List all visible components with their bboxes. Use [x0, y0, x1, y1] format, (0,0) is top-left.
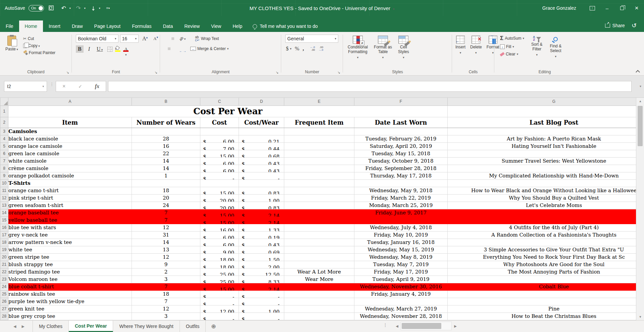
- row-number[interactable]: 21: [0, 261, 8, 268]
- decrease-decimal-button[interactable]: .00→.0: [318, 46, 324, 51]
- row-number[interactable]: 16: [0, 224, 8, 231]
- comma-style-button[interactable]: ,: [303, 46, 304, 52]
- cell-cost-per-wear[interactable]: [239, 179, 284, 187]
- cell-cost[interactable]: $20.00: [200, 194, 239, 202]
- cell-wears[interactable]: 20: [132, 194, 200, 202]
- cell-cost-per-wear[interactable]: $2.00: [239, 261, 284, 268]
- ribbon-tab-file[interactable]: File: [0, 20, 19, 32]
- ribbon-display-options-icon[interactable]: ↑: [585, 0, 600, 16]
- header-cell[interactable]: Last Blog Post: [448, 117, 636, 128]
- column-header-C[interactable]: C: [200, 98, 239, 106]
- fill-button[interactable]: ↓ Fill: [498, 43, 526, 50]
- cell-item[interactable]: green lace camisole: [8, 150, 132, 157]
- row-number[interactable]: 11: [0, 187, 8, 194]
- cell-cost[interactable]: [200, 179, 239, 187]
- cell-wears[interactable]: 2: [132, 268, 200, 276]
- cell-date-last-worn[interactable]: [354, 298, 448, 305]
- increase-decimal-button[interactable]: ←.0.00: [310, 46, 315, 51]
- font-size-combo[interactable]: 16▾: [120, 35, 139, 43]
- row-number[interactable]: 9: [0, 172, 8, 179]
- align-middle-button[interactable]: [168, 37, 170, 40]
- font-color-button[interactable]: A: [123, 46, 129, 52]
- cell-date-last-worn[interactable]: Wednesday, November 28, 2018: [354, 313, 448, 320]
- cell-wears[interactable]: 22: [132, 150, 200, 157]
- cell-cost[interactable]: $9.00: [200, 246, 239, 253]
- close-button[interactable]: ×: [629, 0, 644, 16]
- cell-date-last-worn[interactable]: [354, 179, 448, 187]
- cell-frequent-item[interactable]: [284, 128, 354, 135]
- cell-cost[interactable]: $-: [200, 290, 239, 298]
- cut-button[interactable]: ✂ Cut: [21, 35, 57, 42]
- collapse-ribbon-icon[interactable]: [636, 70, 639, 73]
- cell-last-blog-post[interactable]: Cobalt Blue: [448, 283, 636, 290]
- cell-date-last-worn[interactable]: Wednesday, March 27, 2019: [354, 305, 448, 313]
- cell-cost[interactable]: $6.00: [200, 135, 239, 142]
- cell-item[interactable]: orange polkadot camisole: [8, 172, 132, 179]
- row-number[interactable]: 14: [0, 209, 8, 216]
- column-header-G[interactable]: G: [448, 98, 636, 106]
- row-number[interactable]: 25: [0, 290, 8, 298]
- cell-cost-per-wear[interactable]: $2.14: [239, 283, 284, 290]
- name-box[interactable]: I2 ▾: [4, 81, 47, 92]
- ribbon-tab-page-layout[interactable]: Page Layout: [89, 20, 127, 32]
- cell-item[interactable]: blue grey crop tee: [8, 313, 132, 320]
- cell-wears[interactable]: 7: [132, 298, 200, 305]
- row-number[interactable]: 28: [0, 313, 8, 320]
- number-dialog-launcher-icon[interactable]: ↘: [338, 71, 340, 74]
- cell-wears[interactable]: 7: [132, 209, 200, 216]
- cell-cost[interactable]: $12.00: [200, 305, 239, 313]
- align-bottom-button[interactable]: [171, 37, 174, 40]
- insert-cells-button[interactable]: ← Insert: [453, 34, 467, 57]
- cell-last-blog-post[interactable]: How to Wear Black and Orange Without Loo…: [448, 187, 636, 194]
- sheet-nav-right-icon[interactable]: ▶: [21, 324, 24, 329]
- decrease-indent-button[interactable]: ←: [178, 47, 181, 50]
- cell-cost-per-wear[interactable]: $0.44: [239, 142, 284, 150]
- redo-caret-icon[interactable]: ▾: [84, 7, 86, 10]
- cell-cost-per-wear[interactable]: $0.43: [239, 165, 284, 172]
- cell-item[interactable]: striped flamingo tee: [8, 268, 132, 276]
- cell-last-blog-post[interactable]: Art by Fashion: A Puerto Rican Mask: [448, 135, 636, 142]
- conditional-formatting-button[interactable]: ≠ Conditional Formatting: [346, 34, 370, 61]
- cell-cost[interactable]: $18.00: [200, 253, 239, 261]
- column-header-F[interactable]: F: [354, 98, 448, 106]
- cell-frequent-item[interactable]: Wear A Lot More: [284, 268, 354, 276]
- row-number[interactable]: 15: [0, 216, 8, 224]
- scroll-up-icon[interactable]: ▲: [636, 98, 644, 105]
- cell-cost-per-wear[interactable]: $-: [239, 313, 284, 320]
- cell-last-blog-post[interactable]: [448, 298, 636, 305]
- cell-last-blog-post[interactable]: Pine: [448, 305, 636, 313]
- find-select-button[interactable]: Find & Select: [548, 34, 563, 60]
- cell-frequent-item[interactable]: [284, 283, 354, 290]
- cell-cost-per-wear[interactable]: $0.83: [239, 187, 284, 194]
- cell-cost[interactable]: $18.00: [200, 261, 239, 268]
- touch-mode-icon[interactable]: [89, 4, 98, 12]
- row-number[interactable]: 2: [0, 117, 8, 128]
- cell-last-blog-post[interactable]: [448, 209, 636, 216]
- row-number[interactable]: 27: [0, 305, 8, 313]
- cell-frequent-item[interactable]: [284, 187, 354, 194]
- cell-cost-per-wear[interactable]: $0.69: [239, 246, 284, 253]
- cell-cost-per-wear[interactable]: $0.68: [239, 150, 284, 157]
- cell-frequent-item[interactable]: [284, 298, 354, 305]
- horizontal-scroll-thumb[interactable]: [402, 323, 441, 329]
- row-number[interactable]: 17: [0, 231, 8, 239]
- fill-color-button[interactable]: [115, 46, 120, 52]
- cell-frequent-item[interactable]: [284, 150, 354, 157]
- document-title[interactable]: MY CLOTHES YES - Saved to OneDrive - Uni…: [249, 5, 394, 11]
- ribbon-tab-data[interactable]: Data: [157, 20, 179, 32]
- shrink-font-button[interactable]: A▾: [151, 35, 160, 42]
- header-cell[interactable]: Frequent Item: [284, 117, 354, 128]
- cell-cost[interactable]: $-: [200, 172, 239, 179]
- cell-item[interactable]: white camisole: [8, 157, 132, 165]
- row-number[interactable]: 6: [0, 150, 8, 157]
- expand-formula-bar-icon[interactable]: ▾: [640, 84, 641, 88]
- cell-cost[interactable]: $-: [200, 298, 239, 305]
- sheet-nav-left-icon[interactable]: ◀: [13, 324, 16, 329]
- cell-cost[interactable]: $15.00: [200, 209, 239, 216]
- cell-item[interactable]: green knit tee: [8, 305, 132, 313]
- cell-cost-per-wear[interactable]: $12.50: [239, 268, 284, 276]
- cell-last-blog-post[interactable]: Everything You Need to Rock Your First D…: [448, 253, 636, 261]
- cell-date-last-worn[interactable]: Thursday, May 17, 2018: [354, 172, 448, 179]
- cell-cost-per-wear[interactable]: $0.43: [239, 239, 284, 246]
- cell-date-last-worn[interactable]: Friday, June 9, 2017: [354, 209, 448, 216]
